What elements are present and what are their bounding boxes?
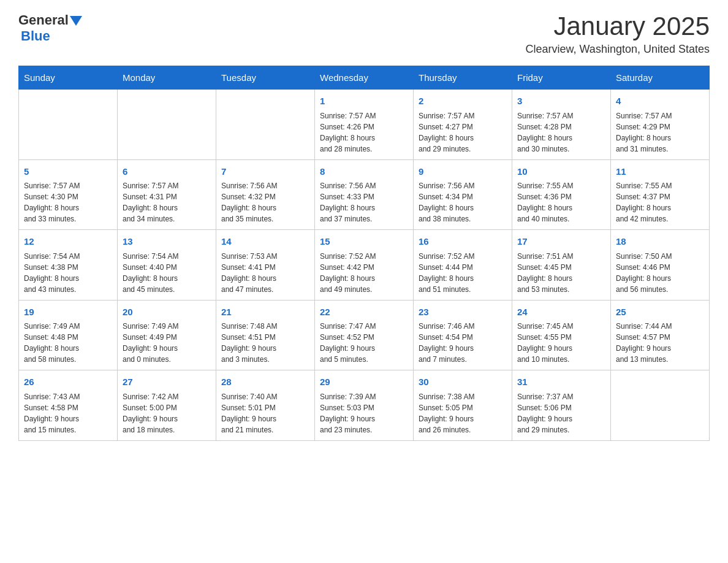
day-info: Sunrise: 7:52 AMSunset: 4:44 PMDaylight:… [419,251,507,295]
calendar-cell: 19Sunrise: 7:49 AMSunset: 4:48 PMDayligh… [19,300,118,370]
day-number: 18 [616,235,704,249]
logo-blue-text: Blue [18,28,50,44]
col-header-monday: Monday [118,66,216,90]
day-number: 28 [221,375,309,389]
day-number: 21 [221,305,309,320]
calendar-cell: 28Sunrise: 7:40 AMSunset: 5:01 PMDayligh… [216,370,315,441]
day-number: 27 [123,375,211,389]
day-number: 31 [517,375,605,389]
calendar-cell: 24Sunrise: 7:45 AMSunset: 4:55 PMDayligh… [512,300,611,370]
calendar-cell: 13Sunrise: 7:54 AMSunset: 4:40 PMDayligh… [118,230,216,301]
day-info: Sunrise: 7:57 AMSunset: 4:28 PMDaylight:… [517,110,605,155]
col-header-sunday: Sunday [19,66,118,90]
day-info: Sunrise: 7:56 AMSunset: 4:33 PMDaylight:… [320,180,408,224]
day-number: 8 [320,165,408,179]
calendar-week-row: 12Sunrise: 7:54 AMSunset: 4:38 PMDayligh… [19,230,710,301]
calendar-cell: 26Sunrise: 7:43 AMSunset: 4:58 PMDayligh… [19,370,118,441]
calendar-cell: 15Sunrise: 7:52 AMSunset: 4:42 PMDayligh… [315,230,414,301]
calendar-cell: 11Sunrise: 7:55 AMSunset: 4:37 PMDayligh… [611,159,710,230]
calendar-cell: 12Sunrise: 7:54 AMSunset: 4:38 PMDayligh… [19,230,118,301]
day-info: Sunrise: 7:57 AMSunset: 4:30 PMDaylight:… [24,180,112,224]
day-number: 20 [123,305,211,320]
calendar-table: SundayMondayTuesdayWednesdayThursdayFrid… [18,66,710,441]
day-number: 10 [517,165,605,179]
calendar-cell: 27Sunrise: 7:42 AMSunset: 5:00 PMDayligh… [118,370,216,441]
calendar-cell: 5Sunrise: 7:57 AMSunset: 4:30 PMDaylight… [19,159,118,230]
calendar-week-row: 26Sunrise: 7:43 AMSunset: 4:58 PMDayligh… [19,370,710,441]
day-info: Sunrise: 7:40 AMSunset: 5:01 PMDaylight:… [221,391,309,435]
logo-general-text: General [18,12,69,28]
calendar-cell: 23Sunrise: 7:46 AMSunset: 4:54 PMDayligh… [414,300,512,370]
calendar-cell: 1Sunrise: 7:57 AMSunset: 4:26 PMDaylight… [315,90,414,160]
day-info: Sunrise: 7:50 AMSunset: 4:46 PMDaylight:… [616,251,704,295]
calendar-week-row: 5Sunrise: 7:57 AMSunset: 4:30 PMDaylight… [19,159,710,230]
day-info: Sunrise: 7:57 AMSunset: 4:26 PMDaylight:… [320,110,408,155]
calendar-cell: 10Sunrise: 7:55 AMSunset: 4:36 PMDayligh… [512,159,611,230]
calendar-cell: 6Sunrise: 7:57 AMSunset: 4:31 PMDaylight… [118,159,216,230]
day-info: Sunrise: 7:43 AMSunset: 4:58 PMDaylight:… [24,391,112,435]
day-info: Sunrise: 7:45 AMSunset: 4:55 PMDaylight:… [517,321,605,365]
logo-triangle-icon [70,16,82,26]
day-number: 13 [123,235,211,249]
day-number: 26 [24,375,112,389]
day-number: 11 [616,165,704,179]
day-number: 5 [24,165,112,179]
day-info: Sunrise: 7:48 AMSunset: 4:51 PMDaylight:… [221,321,309,365]
day-info: Sunrise: 7:56 AMSunset: 4:32 PMDaylight:… [221,180,309,224]
day-info: Sunrise: 7:46 AMSunset: 4:54 PMDaylight:… [419,321,507,365]
calendar-body: 1Sunrise: 7:57 AMSunset: 4:26 PMDaylight… [19,90,710,441]
day-info: Sunrise: 7:38 AMSunset: 5:05 PMDaylight:… [419,391,507,435]
day-number: 19 [24,305,112,320]
col-header-thursday: Thursday [414,66,512,90]
calendar-cell: 31Sunrise: 7:37 AMSunset: 5:06 PMDayligh… [512,370,611,441]
calendar-cell: 25Sunrise: 7:44 AMSunset: 4:57 PMDayligh… [611,300,710,370]
day-number: 14 [221,235,309,249]
day-number: 3 [517,94,605,109]
calendar-header-row: SundayMondayTuesdayWednesdayThursdayFrid… [19,66,710,90]
calendar-cell: 16Sunrise: 7:52 AMSunset: 4:44 PMDayligh… [414,230,512,301]
day-info: Sunrise: 7:57 AMSunset: 4:31 PMDaylight:… [123,180,211,224]
day-info: Sunrise: 7:55 AMSunset: 4:36 PMDaylight:… [517,180,605,224]
day-info: Sunrise: 7:53 AMSunset: 4:41 PMDaylight:… [221,251,309,295]
calendar-subtitle: Clearview, Washington, United States [526,43,710,56]
day-info: Sunrise: 7:51 AMSunset: 4:45 PMDaylight:… [517,251,605,295]
calendar-cell: 18Sunrise: 7:50 AMSunset: 4:46 PMDayligh… [611,230,710,301]
calendar-cell: 7Sunrise: 7:56 AMSunset: 4:32 PMDaylight… [216,159,315,230]
day-info: Sunrise: 7:49 AMSunset: 4:48 PMDaylight:… [24,321,112,365]
calendar-cell [611,370,710,441]
day-info: Sunrise: 7:52 AMSunset: 4:42 PMDaylight:… [320,251,408,295]
calendar-cell: 29Sunrise: 7:39 AMSunset: 5:03 PMDayligh… [315,370,414,441]
day-number: 12 [24,235,112,249]
day-number: 24 [517,305,605,320]
calendar-cell: 21Sunrise: 7:48 AMSunset: 4:51 PMDayligh… [216,300,315,370]
day-number: 7 [221,165,309,179]
day-info: Sunrise: 7:54 AMSunset: 4:38 PMDaylight:… [24,251,112,295]
day-number: 23 [419,305,507,320]
day-number: 29 [320,375,408,389]
col-header-wednesday: Wednesday [315,66,414,90]
day-number: 6 [123,165,211,179]
day-number: 4 [616,94,704,109]
day-number: 15 [320,235,408,249]
day-number: 30 [419,375,507,389]
day-info: Sunrise: 7:42 AMSunset: 5:00 PMDaylight:… [123,391,211,435]
calendar-header-right: January 2025 Clearview, Washington, Unit… [526,12,710,56]
day-number: 1 [320,94,408,109]
col-header-saturday: Saturday [611,66,710,90]
page-header: General Blue January 2025 Clearview, Was… [18,12,710,56]
day-info: Sunrise: 7:49 AMSunset: 4:49 PMDaylight:… [123,321,211,365]
calendar-cell: 9Sunrise: 7:56 AMSunset: 4:34 PMDaylight… [414,159,512,230]
col-header-tuesday: Tuesday [216,66,315,90]
calendar-cell: 14Sunrise: 7:53 AMSunset: 4:41 PMDayligh… [216,230,315,301]
day-info: Sunrise: 7:39 AMSunset: 5:03 PMDaylight:… [320,391,408,435]
day-info: Sunrise: 7:37 AMSunset: 5:06 PMDaylight:… [517,391,605,435]
calendar-cell: 3Sunrise: 7:57 AMSunset: 4:28 PMDaylight… [512,90,611,160]
day-info: Sunrise: 7:57 AMSunset: 4:27 PMDaylight:… [419,110,507,155]
day-number: 2 [419,94,507,109]
calendar-week-row: 1Sunrise: 7:57 AMSunset: 4:26 PMDaylight… [19,90,710,160]
calendar-cell: 8Sunrise: 7:56 AMSunset: 4:33 PMDaylight… [315,159,414,230]
calendar-cell: 4Sunrise: 7:57 AMSunset: 4:29 PMDaylight… [611,90,710,160]
calendar-week-row: 19Sunrise: 7:49 AMSunset: 4:48 PMDayligh… [19,300,710,370]
calendar-cell: 20Sunrise: 7:49 AMSunset: 4:49 PMDayligh… [118,300,216,370]
day-info: Sunrise: 7:54 AMSunset: 4:40 PMDaylight:… [123,251,211,295]
